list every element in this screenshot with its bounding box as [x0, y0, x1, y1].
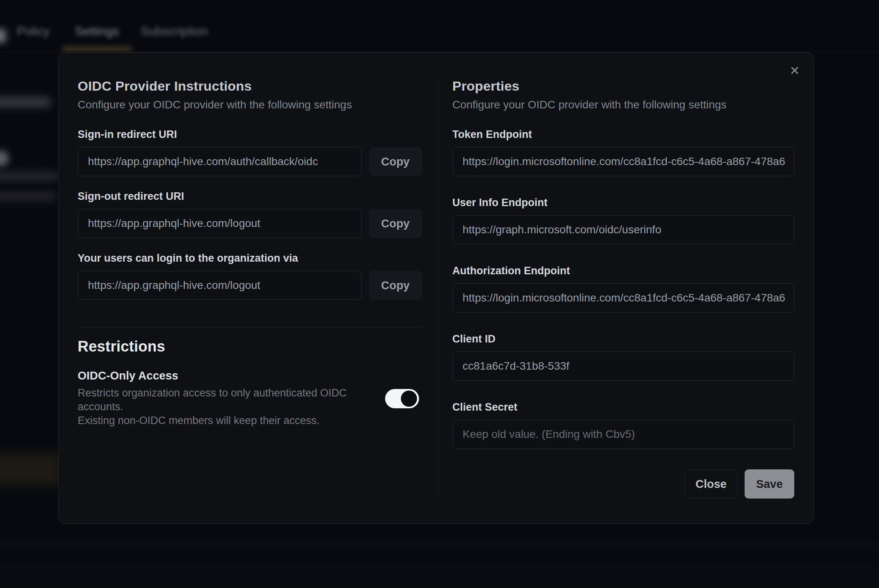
- oidc-settings-modal: ✕ OIDC Provider Instructions Configure y…: [58, 52, 814, 524]
- oidc-only-access-label: OIDC-Only Access: [78, 369, 385, 382]
- token-endpoint-label: Token Endpoint: [453, 128, 795, 141]
- authorization-endpoint-field: Authorization Endpoint: [453, 265, 795, 313]
- copy-sign-in-button[interactable]: Copy: [369, 147, 422, 176]
- instructions-column: OIDC Provider Instructions Configure you…: [59, 53, 438, 523]
- login-via-label: Your users can login to the organization…: [78, 252, 422, 264]
- close-icon[interactable]: ✕: [785, 61, 804, 80]
- close-button[interactable]: Close: [685, 469, 737, 499]
- copy-sign-out-button[interactable]: Copy: [369, 209, 422, 238]
- client-id-field: Client ID: [453, 333, 795, 381]
- properties-column: Properties Configure your OIDC provider …: [438, 53, 814, 523]
- client-id-label: Client ID: [453, 333, 795, 345]
- sign-in-redirect-field: Sign-in redirect URI Copy: [78, 128, 422, 176]
- properties-title: Properties: [453, 78, 795, 94]
- instructions-title: OIDC Provider Instructions: [78, 78, 422, 94]
- login-via-field: Your users can login to the organization…: [78, 252, 422, 300]
- oidc-only-access-row: OIDC-Only Access Restricts organization …: [78, 369, 422, 428]
- section-divider: [78, 327, 422, 328]
- authorization-endpoint-label: Authorization Endpoint: [453, 265, 795, 277]
- sign-in-redirect-input[interactable]: [78, 147, 362, 176]
- token-endpoint-field: Token Endpoint: [453, 128, 795, 176]
- client-id-input[interactable]: [453, 352, 795, 381]
- toggle-thumb: [401, 391, 417, 407]
- instructions-subtitle: Configure your OIDC provider with the fo…: [78, 99, 422, 111]
- oidc-only-toggle[interactable]: [385, 389, 419, 408]
- restrictions-title: Restrictions: [78, 338, 422, 355]
- save-button[interactable]: Save: [745, 469, 794, 499]
- copy-login-via-button[interactable]: Copy: [369, 271, 422, 300]
- sign-in-redirect-label: Sign-in redirect URI: [78, 128, 422, 141]
- token-endpoint-input[interactable]: [453, 147, 795, 176]
- properties-subtitle: Configure your OIDC provider with the fo…: [453, 99, 795, 111]
- column-divider: [438, 76, 438, 500]
- sign-out-redirect-input[interactable]: [78, 209, 362, 238]
- user-info-endpoint-field: User Info Endpoint: [453, 197, 795, 244]
- authorization-endpoint-input[interactable]: [453, 283, 795, 313]
- user-info-endpoint-label: User Info Endpoint: [453, 197, 795, 209]
- sign-out-redirect-label: Sign-out redirect URI: [78, 190, 422, 203]
- client-secret-label: Client Secret: [453, 401, 795, 413]
- login-via-input[interactable]: [78, 271, 362, 300]
- user-info-endpoint-input[interactable]: [453, 215, 795, 244]
- sign-out-redirect-field: Sign-out redirect URI Copy: [78, 190, 422, 238]
- client-secret-input[interactable]: [453, 420, 795, 449]
- client-secret-field: Client Secret: [453, 401, 795, 449]
- oidc-only-access-description: Restricts organization access to only au…: [78, 386, 385, 428]
